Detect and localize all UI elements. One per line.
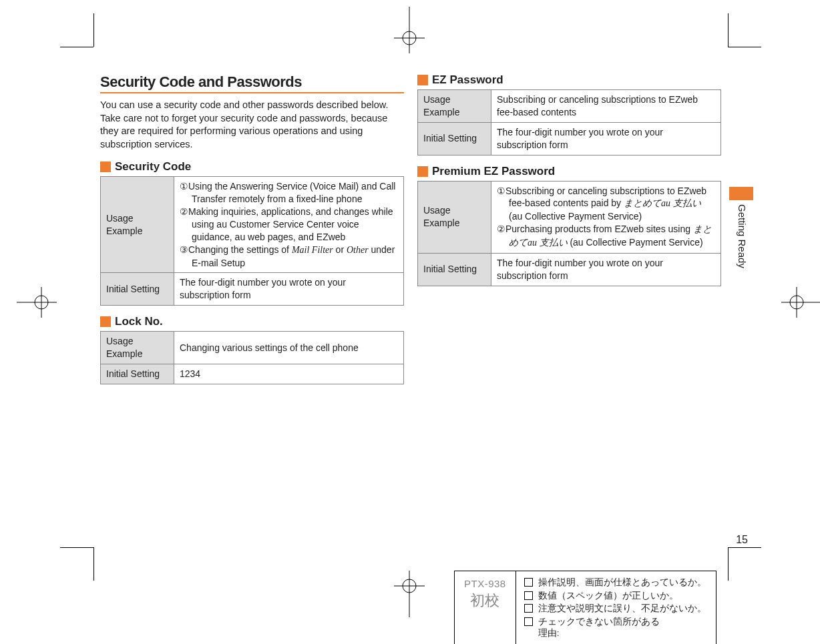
checkbox-icon[interactable] bbox=[524, 617, 533, 626]
security-code-initial: The four-digit number you wrote on your … bbox=[174, 273, 404, 306]
page-number: 15 bbox=[736, 534, 748, 546]
premium-ez-table: Usage Example ①Subscribing or canceling … bbox=[417, 181, 721, 286]
initial-setting-label: Initial Setting bbox=[418, 122, 491, 155]
ez-password-table: Usage Example Subscribing or canceling s… bbox=[417, 89, 721, 155]
initial-setting-label: Initial Setting bbox=[418, 254, 491, 286]
check-item-4: チェックできない箇所がある理由: bbox=[538, 616, 660, 639]
left-column: Security Code and Passwords You can use … bbox=[100, 73, 404, 384]
checkbox-icon[interactable] bbox=[524, 578, 533, 587]
proof-check-box: PTX-938 初校 操作説明、画面が仕様とあっているか。 数値（スペック値）が… bbox=[454, 571, 716, 644]
proof-stage: 初校 bbox=[464, 591, 506, 611]
lock-no-title: Lock No. bbox=[115, 315, 163, 328]
security-code-table: Usage Example ①Using the Answering Servi… bbox=[100, 176, 404, 306]
square-bullet-icon bbox=[417, 75, 428, 85]
initial-setting-label: Initial Setting bbox=[101, 273, 174, 306]
usage-example-label: Usage Example bbox=[101, 332, 174, 364]
premium-ez-usage: ①Subscribing or canceling subscriptions … bbox=[491, 181, 721, 253]
registration-mark-left-icon bbox=[17, 287, 57, 318]
lock-no-heading: Lock No. bbox=[100, 315, 404, 328]
usage-example-label: Usage Example bbox=[101, 177, 174, 273]
lock-no-initial: 1234 bbox=[174, 364, 404, 384]
lock-no-usage: Changing various settings of the cell ph… bbox=[174, 332, 404, 364]
ez-password-title: EZ Password bbox=[432, 73, 503, 87]
checkbox-icon[interactable] bbox=[524, 591, 533, 600]
premium-ez-title: Premium EZ Password bbox=[432, 165, 555, 178]
ez-password-usage: Subscribing or canceling subscriptions t… bbox=[491, 90, 721, 123]
page-heading: Security Code and Passwords bbox=[100, 73, 404, 93]
security-code-usage: ①Using the Answering Service (Voice Mail… bbox=[174, 177, 404, 273]
square-bullet-icon bbox=[417, 166, 428, 177]
check-item-1: 操作説明、画面が仕様とあっているか。 bbox=[538, 577, 706, 589]
initial-setting-label: Initial Setting bbox=[101, 364, 174, 384]
square-bullet-icon bbox=[100, 316, 111, 327]
square-bullet-icon bbox=[100, 162, 111, 172]
checkbox-icon[interactable] bbox=[524, 604, 533, 613]
right-column: EZ Password Usage Example Subscribing or… bbox=[417, 73, 721, 384]
proof-id-block: PTX-938 初校 bbox=[455, 571, 516, 644]
premium-ez-initial: The four-digit number you wrote on your … bbox=[491, 254, 721, 286]
document-code: PTX-938 bbox=[464, 578, 506, 589]
registration-mark-top-icon bbox=[394, 7, 425, 53]
check-item-2: 数値（スペック値）が正しいか。 bbox=[538, 590, 678, 602]
intro-text: You can use a security code and other pa… bbox=[100, 99, 404, 151]
premium-ez-heading: Premium EZ Password bbox=[417, 165, 721, 178]
lock-no-table: Usage Example Changing various settings … bbox=[100, 331, 404, 384]
registration-mark-bottom-icon bbox=[394, 571, 425, 617]
usage-example-label: Usage Example bbox=[418, 181, 491, 253]
side-tab-bar bbox=[729, 187, 753, 200]
check-item-3: 注意文や説明文に誤り、不足がないか。 bbox=[538, 603, 706, 615]
usage-example-label: Usage Example bbox=[418, 90, 491, 123]
security-code-title: Security Code bbox=[115, 160, 191, 174]
registration-mark-right-icon bbox=[781, 287, 820, 318]
ez-password-initial: The four-digit number you wrote on your … bbox=[491, 122, 721, 155]
ez-password-heading: EZ Password bbox=[417, 73, 721, 87]
side-tab-label: Getting Ready bbox=[737, 204, 748, 268]
security-code-heading: Security Code bbox=[100, 160, 404, 174]
proof-checklist: 操作説明、画面が仕様とあっているか。 数値（スペック値）が正しいか。 注意文や説… bbox=[516, 571, 716, 644]
